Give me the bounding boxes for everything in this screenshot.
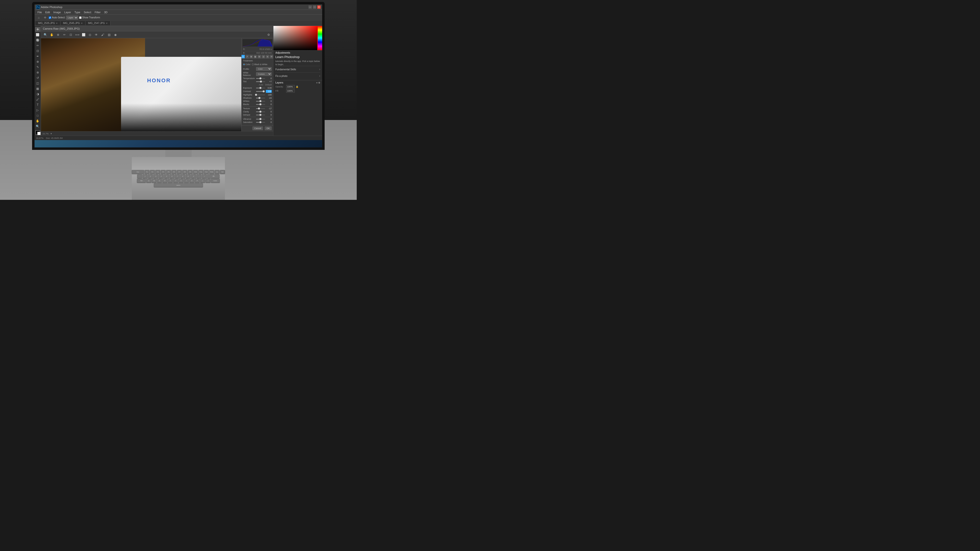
- bw-radio[interactable]: [252, 64, 254, 65]
- menu-layer[interactable]: Layer: [63, 10, 73, 14]
- key-f2[interactable]: F2: [150, 170, 155, 174]
- key-3[interactable]: 3: [153, 175, 158, 178]
- key-e[interactable]: E: [157, 179, 162, 183]
- foreground-color[interactable]: [35, 130, 40, 135]
- key-rbracket[interactable]: ]: [205, 179, 210, 183]
- cr-detail-icon[interactable]: ⊞: [250, 55, 253, 58]
- saturation-slider[interactable]: [256, 122, 265, 123]
- clarity-thumb[interactable]: [259, 111, 261, 113]
- key-4[interactable]: 4: [159, 175, 164, 178]
- cr-radial-filter[interactable]: ◉: [113, 32, 118, 37]
- cr-split-tone-icon[interactable]: ⊟: [258, 55, 261, 58]
- pen-tool[interactable]: 🖊: [35, 97, 40, 102]
- layer-options-icon[interactable]: ⚙: [318, 81, 320, 84]
- key-o[interactable]: O: [189, 179, 194, 183]
- blacks-thumb[interactable]: [259, 103, 261, 105]
- shadows-slider[interactable]: [256, 98, 265, 98]
- rectangle-tool[interactable]: □: [35, 113, 40, 118]
- clone-stamp-tool[interactable]: ⊗: [35, 70, 40, 75]
- key-f3[interactable]: F3: [155, 170, 160, 174]
- rectangle-select-tool[interactable]: ⬜: [35, 32, 40, 37]
- key-f5[interactable]: F5: [166, 170, 171, 174]
- fundamental-skills-item[interactable]: Fundamental Skills ›: [275, 66, 320, 73]
- key-7[interactable]: 7: [175, 175, 180, 178]
- dehaze-thumb[interactable]: [259, 114, 261, 116]
- move-tool[interactable]: ✛: [35, 27, 40, 32]
- tab-img2547[interactable]: IMG_2547.JPG ✕: [86, 21, 110, 25]
- key-y[interactable]: Y: [173, 179, 178, 183]
- key-f10[interactable]: F10: [193, 170, 198, 174]
- text-tool[interactable]: T: [35, 102, 40, 107]
- key-backspace[interactable]: ⌫: [207, 175, 220, 178]
- dodge-tool[interactable]: ◑: [35, 92, 40, 97]
- key-f9[interactable]: F9: [188, 170, 192, 174]
- bw-option[interactable]: Black & White: [252, 63, 267, 66]
- exposure-slider[interactable]: [256, 88, 265, 88]
- brush-tool[interactable]: ✎: [35, 65, 40, 70]
- close-button[interactable]: ✕: [317, 5, 321, 9]
- key-u[interactable]: U: [178, 179, 183, 183]
- color-radio[interactable]: [243, 64, 245, 65]
- cr-color-sample[interactable]: ✏: [62, 32, 67, 37]
- eyedropper-tool[interactable]: ✒: [35, 54, 40, 59]
- key-space[interactable]: space: [154, 183, 203, 187]
- eraser-tool[interactable]: ◫: [35, 81, 40, 86]
- cr-open-preferences[interactable]: ⚙: [266, 32, 271, 37]
- ok-button[interactable]: OK: [265, 126, 272, 130]
- layer-filter-icon[interactable]: ≡: [316, 81, 318, 84]
- key-f11[interactable]: F11: [199, 170, 204, 174]
- wb-select[interactable]: Custom: [256, 72, 272, 76]
- key-0[interactable]: 0: [191, 175, 196, 178]
- camera-raw-preview[interactable]: HONOR: [41, 38, 241, 131]
- dehaze-slider[interactable]: [256, 114, 265, 115]
- key-p[interactable]: P: [195, 179, 200, 183]
- vibrance-slider[interactable]: [256, 119, 265, 119]
- history-brush-tool[interactable]: ↺: [35, 75, 40, 80]
- cr-wb-tool[interactable]: ⊕: [56, 32, 60, 37]
- cr-adjustment-brush[interactable]: 🖌: [100, 32, 105, 37]
- cr-transform-tool[interactable]: ⬜: [81, 32, 86, 37]
- highlights-thumb[interactable]: [255, 94, 257, 96]
- key-equals[interactable]: =: [202, 175, 207, 178]
- cr-crop-tool[interactable]: ⊡: [68, 32, 73, 37]
- profile-select[interactable]: Color: [256, 67, 272, 71]
- whites-thumb[interactable]: [259, 100, 261, 102]
- auto-select-checkbox[interactable]: [49, 16, 51, 19]
- key-1[interactable]: 1: [143, 175, 148, 178]
- key-esc[interactable]: Esc: [132, 170, 144, 174]
- texture-slider[interactable]: [256, 108, 265, 109]
- zoom-tool[interactable]: 🔍: [35, 124, 40, 129]
- tint-thumb[interactable]: [260, 81, 262, 83]
- fill-input[interactable]: [286, 89, 295, 92]
- saturation-thumb[interactable]: [259, 121, 261, 123]
- menu-3d[interactable]: 3D: [103, 10, 109, 14]
- tab-close-icon[interactable]: ✕: [106, 22, 108, 24]
- lasso-tool[interactable]: 🔘: [35, 38, 40, 43]
- cr-straighten-tool[interactable]: ⟺: [75, 32, 80, 37]
- cr-tone-curve-icon[interactable]: ↗: [246, 55, 249, 58]
- key-f6[interactable]: F6: [172, 170, 177, 174]
- key-ins[interactable]: Ins: [215, 170, 220, 174]
- color-option[interactable]: Color: [243, 63, 250, 66]
- hue-strip[interactable]: [318, 26, 322, 50]
- move-icon[interactable]: ✛: [42, 15, 48, 20]
- cr-hsl-icon[interactable]: ◐: [254, 55, 257, 58]
- texture-thumb[interactable]: [258, 108, 260, 110]
- temperature-thumb[interactable]: [259, 78, 261, 79]
- highlights-slider[interactable]: [256, 95, 265, 95]
- key-r[interactable]: R: [162, 179, 167, 183]
- menu-type[interactable]: Type: [73, 10, 82, 14]
- contrast-thumb[interactable]: [262, 91, 265, 92]
- key-lbracket[interactable]: [: [200, 179, 205, 183]
- menu-edit[interactable]: Edit: [44, 10, 51, 14]
- key-w[interactable]: W: [152, 179, 157, 183]
- key-q[interactable]: Q: [146, 179, 151, 183]
- color-gradient[interactable]: [274, 26, 322, 50]
- path-select-tool[interactable]: ▷: [35, 108, 40, 113]
- menu-image[interactable]: Image: [52, 10, 62, 14]
- key-9[interactable]: 9: [186, 175, 191, 178]
- opacity-input[interactable]: [286, 85, 295, 88]
- crop-tool[interactable]: ⊡: [35, 49, 40, 53]
- cr-lens-icon[interactable]: ◎: [262, 55, 265, 58]
- whites-slider[interactable]: [256, 101, 265, 102]
